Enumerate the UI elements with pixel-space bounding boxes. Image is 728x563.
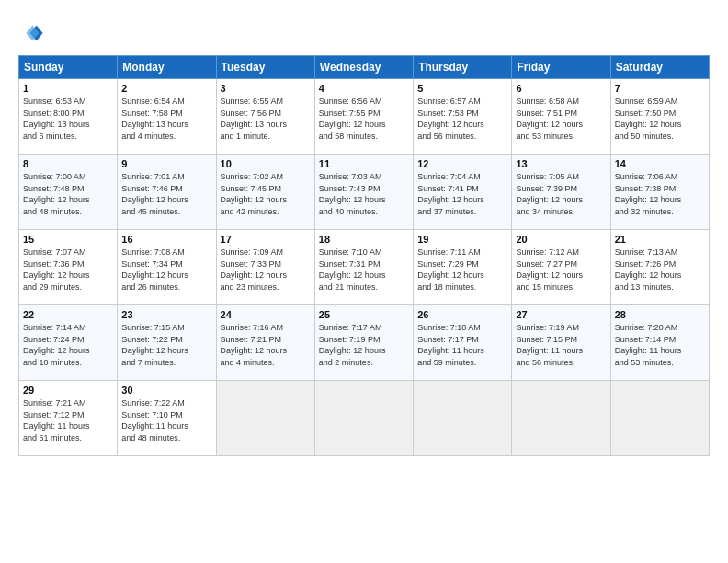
- day-detail: Sunrise: 7:17 AM Sunset: 7:19 PM Dayligh…: [319, 322, 409, 368]
- calendar-cell: [414, 381, 512, 456]
- week-row-1: 1Sunrise: 6:53 AM Sunset: 8:00 PM Daylig…: [19, 79, 710, 155]
- calendar-cell: 15Sunrise: 7:07 AM Sunset: 7:36 PM Dayli…: [19, 230, 118, 305]
- calendar-cell: 25Sunrise: 7:17 AM Sunset: 7:19 PM Dayli…: [314, 305, 413, 381]
- header: [18, 17, 710, 46]
- day-number: 18: [319, 234, 409, 245]
- day-detail: Sunrise: 7:18 AM Sunset: 7:17 PM Dayligh…: [417, 322, 507, 368]
- day-number: 30: [121, 385, 211, 396]
- calendar-cell: 23Sunrise: 7:15 AM Sunset: 7:22 PM Dayli…: [118, 305, 216, 381]
- day-detail: Sunrise: 7:20 AM Sunset: 7:14 PM Dayligh…: [615, 322, 705, 368]
- calendar-cell: 16Sunrise: 7:08 AM Sunset: 7:34 PM Dayli…: [118, 230, 216, 305]
- day-detail: Sunrise: 7:22 AM Sunset: 7:10 PM Dayligh…: [121, 397, 211, 443]
- calendar-cell: 13Sunrise: 7:05 AM Sunset: 7:39 PM Dayli…: [512, 155, 610, 230]
- day-number: 26: [417, 309, 507, 320]
- calendar-cell: 17Sunrise: 7:09 AM Sunset: 7:33 PM Dayli…: [216, 230, 314, 305]
- calendar-cell: [610, 381, 709, 456]
- day-detail: Sunrise: 7:10 AM Sunset: 7:31 PM Dayligh…: [319, 247, 409, 293]
- day-detail: Sunrise: 7:21 AM Sunset: 7:12 PM Dayligh…: [23, 397, 113, 443]
- day-detail: Sunrise: 7:02 AM Sunset: 7:45 PM Dayligh…: [221, 171, 311, 217]
- week-row-3: 15Sunrise: 7:07 AM Sunset: 7:36 PM Dayli…: [19, 230, 710, 305]
- dow-header-friday: Friday: [512, 56, 610, 79]
- day-detail: Sunrise: 7:19 AM Sunset: 7:15 PM Dayligh…: [516, 322, 606, 368]
- day-number: 11: [319, 158, 409, 169]
- page: SundayMondayTuesdayWednesdayThursdayFrid…: [0, 0, 728, 563]
- day-number: 22: [23, 309, 113, 320]
- day-number: 9: [121, 158, 211, 169]
- day-number: 5: [417, 83, 507, 94]
- day-number: 1: [23, 83, 113, 94]
- day-number: 10: [221, 158, 311, 169]
- dow-header-wednesday: Wednesday: [314, 56, 413, 79]
- calendar-cell: 27Sunrise: 7:19 AM Sunset: 7:15 PM Dayli…: [512, 305, 610, 381]
- day-number: 14: [615, 158, 705, 169]
- day-number: 21: [615, 234, 705, 245]
- dow-header-monday: Monday: [118, 56, 216, 79]
- calendar-cell: [314, 381, 413, 456]
- day-number: 23: [121, 309, 211, 320]
- day-number: 8: [23, 158, 113, 169]
- calendar-cell: 7Sunrise: 6:59 AM Sunset: 7:50 PM Daylig…: [610, 79, 709, 155]
- day-number: 6: [516, 83, 606, 94]
- calendar-cell: 4Sunrise: 6:56 AM Sunset: 7:55 PM Daylig…: [314, 79, 413, 155]
- day-detail: Sunrise: 7:05 AM Sunset: 7:39 PM Dayligh…: [516, 171, 606, 217]
- calendar-cell: 19Sunrise: 7:11 AM Sunset: 7:29 PM Dayli…: [414, 230, 512, 305]
- day-detail: Sunrise: 7:11 AM Sunset: 7:29 PM Dayligh…: [417, 247, 507, 293]
- calendar-cell: 26Sunrise: 7:18 AM Sunset: 7:17 PM Dayli…: [414, 305, 512, 381]
- calendar-cell: 24Sunrise: 7:16 AM Sunset: 7:21 PM Dayli…: [216, 305, 314, 381]
- day-number: 17: [221, 234, 311, 245]
- calendar-cell: 12Sunrise: 7:04 AM Sunset: 7:41 PM Dayli…: [414, 155, 512, 230]
- day-detail: Sunrise: 7:15 AM Sunset: 7:22 PM Dayligh…: [121, 322, 211, 368]
- day-number: 12: [417, 158, 507, 169]
- calendar-cell: 18Sunrise: 7:10 AM Sunset: 7:31 PM Dayli…: [314, 230, 413, 305]
- dow-header-saturday: Saturday: [610, 56, 709, 79]
- calendar-cell: [216, 381, 314, 456]
- day-detail: Sunrise: 7:00 AM Sunset: 7:48 PM Dayligh…: [23, 171, 113, 217]
- week-row-2: 8Sunrise: 7:00 AM Sunset: 7:48 PM Daylig…: [19, 155, 710, 230]
- calendar-cell: 21Sunrise: 7:13 AM Sunset: 7:26 PM Dayli…: [610, 230, 709, 305]
- dow-header-tuesday: Tuesday: [216, 56, 314, 79]
- day-of-week-row: SundayMondayTuesdayWednesdayThursdayFrid…: [19, 56, 710, 79]
- day-detail: Sunrise: 6:53 AM Sunset: 8:00 PM Dayligh…: [23, 96, 113, 142]
- day-detail: Sunrise: 6:56 AM Sunset: 7:55 PM Dayligh…: [319, 96, 409, 142]
- day-detail: Sunrise: 7:04 AM Sunset: 7:41 PM Dayligh…: [417, 171, 507, 217]
- calendar-cell: 14Sunrise: 7:06 AM Sunset: 7:38 PM Dayli…: [610, 155, 709, 230]
- day-number: 28: [615, 309, 705, 320]
- calendar-cell: 11Sunrise: 7:03 AM Sunset: 7:43 PM Dayli…: [314, 155, 413, 230]
- day-detail: Sunrise: 7:03 AM Sunset: 7:43 PM Dayligh…: [319, 171, 409, 217]
- day-number: 27: [516, 309, 606, 320]
- day-number: 15: [23, 234, 113, 245]
- day-detail: Sunrise: 7:09 AM Sunset: 7:33 PM Dayligh…: [221, 247, 311, 293]
- day-number: 20: [516, 234, 606, 245]
- day-number: 2: [121, 83, 211, 94]
- day-number: 29: [23, 385, 113, 396]
- calendar-cell: 2Sunrise: 6:54 AM Sunset: 7:58 PM Daylig…: [118, 79, 216, 155]
- day-number: 4: [319, 83, 409, 94]
- day-detail: Sunrise: 7:12 AM Sunset: 7:27 PM Dayligh…: [516, 247, 606, 293]
- calendar-cell: 8Sunrise: 7:00 AM Sunset: 7:48 PM Daylig…: [19, 155, 118, 230]
- day-number: 25: [319, 309, 409, 320]
- day-detail: Sunrise: 7:01 AM Sunset: 7:46 PM Dayligh…: [121, 171, 211, 217]
- day-detail: Sunrise: 7:08 AM Sunset: 7:34 PM Dayligh…: [121, 247, 211, 293]
- calendar: SundayMondayTuesdayWednesdayThursdayFrid…: [18, 55, 710, 456]
- day-detail: Sunrise: 7:16 AM Sunset: 7:21 PM Dayligh…: [221, 322, 311, 368]
- calendar-cell: 28Sunrise: 7:20 AM Sunset: 7:14 PM Dayli…: [610, 305, 709, 381]
- dow-header-sunday: Sunday: [19, 56, 118, 79]
- day-number: 19: [417, 234, 507, 245]
- day-detail: Sunrise: 6:54 AM Sunset: 7:58 PM Dayligh…: [121, 96, 211, 142]
- logo-icon: [18, 20, 44, 46]
- calendar-cell: 30Sunrise: 7:22 AM Sunset: 7:10 PM Dayli…: [118, 381, 216, 456]
- week-row-5: 29Sunrise: 7:21 AM Sunset: 7:12 PM Dayli…: [19, 381, 710, 456]
- day-number: 7: [615, 83, 705, 94]
- day-detail: Sunrise: 6:59 AM Sunset: 7:50 PM Dayligh…: [615, 96, 705, 142]
- dow-header-thursday: Thursday: [414, 56, 512, 79]
- calendar-cell: 9Sunrise: 7:01 AM Sunset: 7:46 PM Daylig…: [118, 155, 216, 230]
- day-detail: Sunrise: 6:57 AM Sunset: 7:53 PM Dayligh…: [417, 96, 507, 142]
- week-row-4: 22Sunrise: 7:14 AM Sunset: 7:24 PM Dayli…: [19, 305, 710, 381]
- day-detail: Sunrise: 6:58 AM Sunset: 7:51 PM Dayligh…: [516, 96, 606, 142]
- day-detail: Sunrise: 7:13 AM Sunset: 7:26 PM Dayligh…: [615, 247, 705, 293]
- day-detail: Sunrise: 7:06 AM Sunset: 7:38 PM Dayligh…: [615, 171, 705, 217]
- calendar-cell: 1Sunrise: 6:53 AM Sunset: 8:00 PM Daylig…: [19, 79, 118, 155]
- day-number: 3: [221, 83, 311, 94]
- logo: [18, 20, 48, 46]
- day-detail: Sunrise: 7:14 AM Sunset: 7:24 PM Dayligh…: [23, 322, 113, 368]
